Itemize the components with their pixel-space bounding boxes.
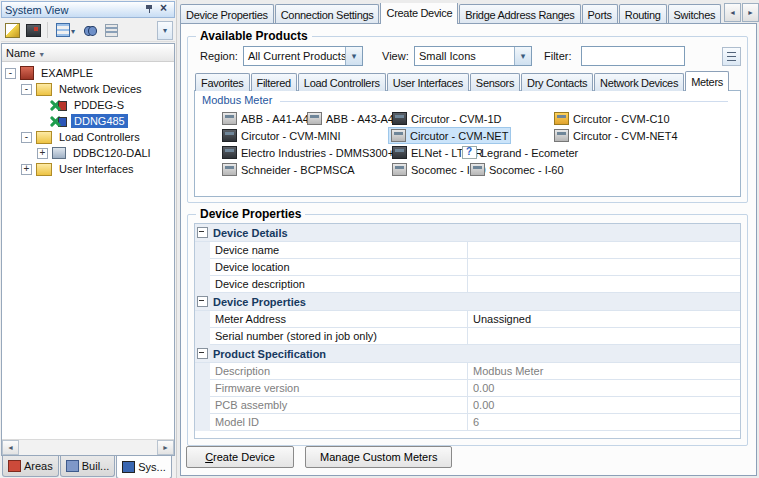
product-item[interactable]: Circutor - CVM-C10 xyxy=(551,111,673,126)
find-icon xyxy=(84,26,97,35)
find-button[interactable] xyxy=(81,21,100,40)
scroll-left-icon[interactable] xyxy=(2,440,19,455)
tab-label: Connection Settings xyxy=(281,9,374,21)
view-select[interactable]: Small Icons xyxy=(414,46,532,66)
property-row-device-description[interactable]: Device description xyxy=(195,276,740,293)
collapse-icon[interactable] xyxy=(21,132,32,143)
tab-buildings[interactable]: Buil... xyxy=(60,456,116,477)
system-view-panel: System View Name EXAMPLE xyxy=(0,0,177,478)
filter-input[interactable] xyxy=(581,46,685,66)
tab-connection-settings[interactable]: Connection Settings xyxy=(275,4,380,24)
tree-item-ddbc120-dali[interactable]: DDBC120-DALI xyxy=(2,145,174,161)
product-list: Modbus Meter ABB - A41-A42 ABB - A43-A44… xyxy=(194,90,741,197)
tab-dry-contacts[interactable]: Dry Contacts xyxy=(521,73,593,91)
grid-margin xyxy=(195,380,210,397)
tab-scroll-right-icon[interactable] xyxy=(742,3,759,22)
product-item[interactable]: Circutor - CVM-NET4 xyxy=(551,128,681,143)
meter-icon xyxy=(222,163,237,176)
create-device-button[interactable]: Create Device xyxy=(186,446,294,468)
product-item[interactable]: Circutor - CVM-1D xyxy=(389,111,504,126)
tab-scroll-buttons xyxy=(721,3,759,21)
toolbar-overflow-button[interactable] xyxy=(157,21,173,40)
property-row-serial-number[interactable]: Serial number (stored in job only) xyxy=(195,328,740,345)
view-options-button[interactable] xyxy=(52,21,79,40)
region-select[interactable]: All Current Products xyxy=(243,46,363,66)
tree-item-example[interactable]: EXAMPLE xyxy=(2,65,174,81)
tree-item-network-devices[interactable]: Network Devices xyxy=(2,81,174,97)
expand-icon[interactable] xyxy=(21,164,32,175)
tree-item-ddng485[interactable]: DDNG485 xyxy=(2,113,174,129)
product-item[interactable]: Schneider - BCPMSCA xyxy=(219,162,358,177)
expand-icon[interactable] xyxy=(37,148,48,159)
category-product-specification[interactable]: Product Specification xyxy=(195,345,740,363)
chevron-down-icon[interactable] xyxy=(514,47,531,65)
property-value: 6 xyxy=(468,414,740,431)
tab-routing[interactable]: Routing xyxy=(619,4,667,24)
meter-icon xyxy=(470,163,485,176)
tab-label: Areas xyxy=(24,460,53,472)
collapse-icon[interactable] xyxy=(5,68,16,79)
product-item[interactable]: Legrand - Ecometer xyxy=(459,145,581,160)
scroll-right-icon[interactable] xyxy=(157,440,174,455)
property-row-device-name[interactable]: Device name xyxy=(195,242,740,259)
tab-meters[interactable]: Meters xyxy=(685,71,729,91)
tree-horizontal-scrollbar[interactable] xyxy=(2,439,174,455)
product-item[interactable]: Circutor - CVM-MINI xyxy=(219,128,344,143)
chevron-down-icon[interactable] xyxy=(345,47,362,65)
property-value[interactable] xyxy=(468,328,740,345)
tab-load-controllers[interactable]: Load Controllers xyxy=(298,73,386,91)
meter-icon xyxy=(392,146,407,159)
device-icon xyxy=(26,24,41,37)
collapse-icon[interactable] xyxy=(197,296,208,307)
tab-favorites[interactable]: Favorites xyxy=(195,73,250,91)
tab-filtered[interactable]: Filtered xyxy=(251,73,297,91)
pin-icon[interactable] xyxy=(143,3,156,16)
property-value: 0.00 xyxy=(468,397,740,414)
property-row-device-location[interactable]: Device location xyxy=(195,259,740,276)
category-device-properties[interactable]: Device Properties xyxy=(195,293,740,311)
collapse-icon[interactable] xyxy=(197,348,208,359)
tab-ports[interactable]: Ports xyxy=(582,4,618,24)
tab-device-properties[interactable]: Device Properties xyxy=(180,4,274,24)
property-value[interactable]: Unassigned xyxy=(468,311,740,328)
property-value[interactable] xyxy=(468,276,740,293)
product-item[interactable]: Electro Industries - DMMS300+ xyxy=(219,145,397,160)
property-row-meter-address[interactable]: Meter Address Unassigned xyxy=(195,311,740,328)
property-row-description: Description Modbus Meter xyxy=(195,363,740,380)
tab-system[interactable]: Sys... xyxy=(116,456,172,478)
name-column-header[interactable]: Name xyxy=(2,44,174,62)
tab-create-device[interactable]: Create Device xyxy=(380,3,458,24)
property-value[interactable] xyxy=(468,259,740,276)
tree-item-pddeg-s[interactable]: PDDEG-S xyxy=(2,97,174,113)
tab-areas[interactable]: Areas xyxy=(2,456,59,477)
panel-titlebar[interactable]: System View xyxy=(1,1,175,18)
device-badge xyxy=(58,117,67,127)
meter-icon xyxy=(222,146,237,159)
property-name: Device name xyxy=(210,242,468,259)
filter-button[interactable] xyxy=(102,21,121,40)
product-item-selected[interactable]: Circutor - CVM-NET xyxy=(388,127,511,144)
tab-switches[interactable]: Switches xyxy=(668,4,722,24)
add-device-button[interactable] xyxy=(24,21,43,40)
tab-network-devices[interactable]: Network Devices xyxy=(594,73,684,91)
products-menu-button[interactable] xyxy=(722,47,741,66)
tree-item-user-interfaces[interactable]: User Interfaces xyxy=(2,161,174,177)
collapse-icon[interactable] xyxy=(197,227,208,238)
property-value[interactable] xyxy=(468,242,740,259)
manage-custom-meters-button[interactable]: Manage Custom Meters xyxy=(305,446,452,468)
edit-button[interactable] xyxy=(3,21,22,40)
tab-user-interfaces[interactable]: User Interfaces xyxy=(387,73,469,91)
panel-title: System View xyxy=(5,4,141,16)
group-heading: Device Properties xyxy=(196,207,305,221)
category-device-details[interactable]: Device Details xyxy=(195,224,740,242)
property-value: 0.00 xyxy=(468,380,740,397)
dock-tab-strip: Areas Buil... Sys... xyxy=(0,456,176,478)
tab-scroll-left-icon[interactable] xyxy=(724,3,741,22)
close-icon[interactable] xyxy=(158,3,171,16)
tab-bridge-address-ranges[interactable]: Bridge Address Ranges xyxy=(459,4,580,24)
tree-item-label: EXAMPLE xyxy=(38,66,96,80)
tree-item-load-controllers[interactable]: Load Controllers xyxy=(2,129,174,145)
product-item[interactable]: Socomec - I-60 xyxy=(467,162,567,177)
tab-sensors[interactable]: Sensors xyxy=(470,73,520,91)
collapse-icon[interactable] xyxy=(21,84,32,95)
